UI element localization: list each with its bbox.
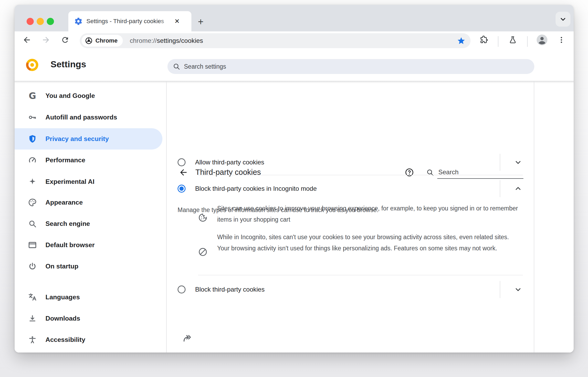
sidebar-item-label: Languages [45, 293, 80, 301]
row-separator [500, 180, 500, 197]
sidebar-item-you-and-google[interactable]: G You and Google [15, 85, 162, 106]
settings-search-placeholder: Search settings [184, 63, 226, 70]
detail-paragraph-incognito: While in Incognito, sites can't use your… [217, 231, 520, 254]
new-tab-button[interactable]: + [193, 15, 208, 28]
option-block-incognito[interactable]: Block third-party cookies in Incognito m… [178, 176, 534, 201]
option-label: Allow third-party cookies [195, 159, 264, 166]
sidebar-item-label: Privacy and security [45, 135, 109, 143]
url-scheme: chrome:// [130, 37, 157, 44]
settings-header: Settings Search settings [15, 52, 574, 81]
radio-selected[interactable] [178, 185, 186, 193]
zoom-window-button[interactable] [47, 18, 54, 25]
settings-search-input[interactable]: Search settings [167, 59, 534, 74]
row-separator [500, 154, 500, 171]
option-block-third-party-cookies[interactable]: Block third-party cookies [178, 277, 534, 302]
sidebar-item-label: Performance [45, 156, 85, 164]
cookie-icon [198, 213, 208, 222]
extensions-icon[interactable] [477, 33, 491, 47]
content-card-left-border [166, 81, 167, 353]
option-allow-third-party-cookies[interactable]: Allow third-party cookies [178, 150, 534, 175]
reload-button[interactable] [58, 33, 72, 47]
sidebar-item-autofill[interactable]: Autofill and passwords [15, 107, 162, 128]
download-icon [28, 314, 37, 323]
tab-strip: Settings - Third-party cookies ✕ + [15, 5, 574, 31]
radio-unselected[interactable] [178, 158, 186, 166]
sidebar-item-label: Autofill and passwords [45, 114, 117, 121]
bookmark-star-icon[interactable] [457, 36, 466, 45]
tab-title-fade [159, 13, 174, 29]
row-separator [500, 281, 500, 298]
toolbar-separator [527, 36, 528, 47]
sidebar-item-label: Experimental AI [45, 178, 94, 185]
blocked-icon [198, 247, 208, 257]
toolbar-separator [498, 36, 498, 47]
option-divider [198, 175, 523, 175]
chevron-down-icon[interactable] [512, 284, 524, 295]
shield-icon [28, 134, 37, 143]
forward-button[interactable] [39, 33, 53, 47]
settings-body: G You and Google Autofill and passwords … [15, 81, 574, 353]
palette-icon [28, 198, 37, 207]
menu-kebab-icon[interactable] [555, 33, 568, 47]
sidebar-item-experimental-ai[interactable]: Experimental AI [15, 171, 162, 192]
browser-window: Settings - Third-party cookies ✕ + [15, 5, 574, 353]
labs-flask-icon[interactable] [506, 33, 520, 47]
gear-icon [74, 17, 83, 26]
browser-toolbar: Chrome chrome://settings/cookies [15, 31, 574, 52]
url-path: settings/cookies [157, 37, 203, 44]
minimize-window-button[interactable] [37, 18, 44, 25]
sidebar-item-label: You and Google [45, 92, 95, 100]
sidebar-item-label: Accessibility [45, 336, 85, 343]
site-chip[interactable]: Chrome [82, 35, 123, 47]
chevron-down-icon[interactable] [512, 156, 524, 168]
search-icon [28, 219, 37, 228]
sidebar-item-label: Appearance [45, 199, 83, 206]
chrome-logo-icon [85, 37, 93, 45]
settings-logo [26, 59, 38, 71]
sidebar-item-label: Search engine [45, 220, 90, 227]
tab-search-button[interactable] [556, 12, 570, 27]
sidebar-item-appearance[interactable]: Appearance [15, 192, 162, 213]
sidebar-item-performance[interactable]: Performance [15, 150, 162, 171]
profile-avatar[interactable] [535, 33, 549, 47]
active-tab[interactable]: Settings - Third-party cookies ✕ [68, 11, 191, 31]
sidebar-item-search-engine[interactable]: Search engine [15, 213, 162, 234]
chevron-up-icon[interactable] [512, 183, 524, 194]
tab-title: Settings - Third-party cookies [86, 18, 171, 25]
sidebar-item-downloads[interactable]: Downloads [15, 308, 162, 329]
option-divider [198, 275, 523, 275]
sidebar-item-on-startup[interactable]: On startup [15, 256, 162, 277]
sidebar-item-languages[interactable]: Languages [15, 287, 162, 308]
content-card-right-border [534, 81, 534, 353]
sparkle-icon [28, 177, 37, 186]
radio-unselected[interactable] [178, 285, 186, 293]
back-button[interactable] [20, 33, 34, 47]
url-text: chrome://settings/cookies [130, 37, 203, 44]
sidebar-item-label: On startup [45, 263, 78, 270]
sidebar-item-label: Default browser [45, 241, 95, 249]
browser-window-icon [28, 241, 37, 250]
do-not-track-arrow-icon [182, 333, 194, 345]
sidebar-item-accessibility[interactable]: Accessibility [15, 329, 162, 350]
site-chip-label: Chrome [95, 37, 117, 44]
option-label: Block third-party cookies [195, 286, 264, 293]
speedometer-icon [28, 156, 37, 165]
sidebar-item-privacy-and-security[interactable]: Privacy and security [15, 128, 162, 150]
search-icon [173, 63, 180, 70]
option-label: Block third-party cookies in Incognito m… [195, 185, 317, 192]
google-g-icon: G [28, 91, 37, 100]
power-icon [28, 262, 37, 271]
close-window-button[interactable] [27, 18, 34, 25]
key-icon [28, 113, 37, 122]
settings-title: Settings [51, 59, 86, 69]
translate-icon [28, 293, 37, 302]
header-shadow [15, 81, 574, 84]
omnibox[interactable]: Chrome chrome://settings/cookies [80, 33, 471, 48]
detail-paragraph-cookies: Sites can use cookies to improve your br… [217, 203, 520, 225]
sidebar-item-label: Downloads [45, 315, 80, 322]
accessibility-icon [28, 335, 37, 344]
chevron-down-icon [559, 15, 567, 23]
sidebar-item-default-browser[interactable]: Default browser [15, 234, 162, 256]
